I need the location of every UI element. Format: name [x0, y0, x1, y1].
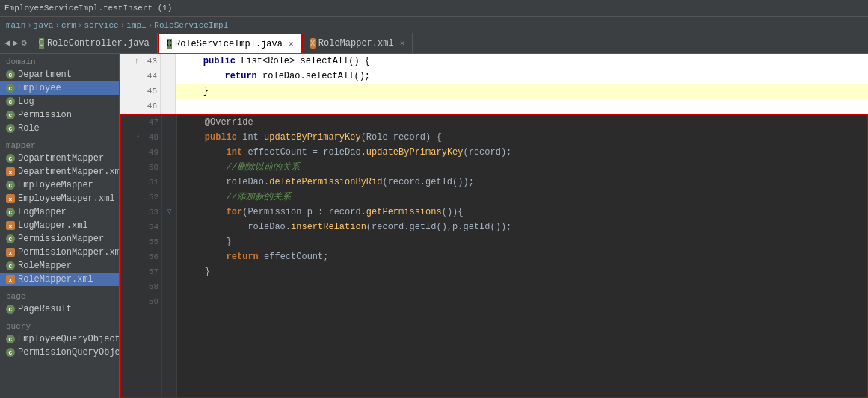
- nav-forward-icon[interactable]: ▶: [13, 37, 18, 49]
- code-section-white: ↑ 43 44 45 46: [120, 54, 868, 114]
- icon-department: C: [6, 70, 15, 79]
- margin-44: [161, 69, 175, 84]
- gutter-line-55: 55: [121, 234, 161, 249]
- gutter-line-45: 45: [120, 84, 160, 99]
- code-line-48: public int updateByPrimaryKey(Role recor…: [177, 130, 867, 145]
- icon-page-result: C: [6, 305, 15, 314]
- sidebar-item-log-mapper[interactable]: C LogMapper: [0, 205, 119, 219]
- breadcrumb-java: java: [34, 21, 53, 30]
- sidebar-item-permission[interactable]: C Permission: [0, 108, 119, 122]
- code-white[interactable]: public List<Role> selectAll() { return r…: [176, 54, 868, 114]
- sidebar-item-role-mapper[interactable]: C RoleMapper: [0, 259, 119, 273]
- margin-50: [162, 160, 176, 175]
- tab-close-mapper[interactable]: ✕: [400, 38, 405, 48]
- gutter-line-49: 49: [121, 145, 161, 160]
- margin-43: [161, 54, 175, 69]
- tab-role-controller[interactable]: C RoleController.java: [31, 33, 158, 53]
- sidebar-item-role[interactable]: C Role: [0, 122, 119, 135]
- sidebar-label-emp-query: EmployeeQueryObject: [18, 334, 120, 344]
- tab-icon-service-impl: C: [167, 39, 172, 49]
- sidebar-item-page-result[interactable]: C PageResult: [0, 302, 119, 316]
- sidebar-title-domain: domain: [0, 56, 119, 68]
- code-line-54: roleDao.insertRelation(record.getId(),p.…: [177, 220, 867, 234]
- margin-58: [162, 279, 176, 294]
- code-line-59: [177, 294, 867, 309]
- gutter-line-53: 53: [121, 205, 161, 220]
- tab-role-mapper[interactable]: x RoleMapper.xml ✕: [303, 33, 413, 53]
- margin-dark: ▽: [162, 115, 177, 397]
- sidebar-label-employee: Employee: [18, 83, 61, 93]
- margin-52: [162, 190, 176, 205]
- gutter-line-58: 58: [121, 279, 161, 294]
- main-area: domain C Department C Employee C Log C P…: [0, 54, 868, 398]
- sidebar-label-perm-mapper: PermissionMapper: [18, 234, 104, 244]
- tab-role-service-impl[interactable]: C RoleServiceImpl.java ✕: [158, 33, 303, 53]
- icon-role-mapper: C: [6, 261, 15, 270]
- gutter-line-51: 51: [121, 175, 161, 190]
- icon-log-mapper: C: [6, 208, 15, 217]
- tab-label-mapper: RoleMapper.xml: [318, 38, 394, 49]
- gutter-white: ↑ 43 44 45 46: [120, 54, 161, 114]
- breadcrumb: main › java › crm › service › impl › Rol…: [0, 16, 868, 33]
- sidebar-item-perm-query[interactable]: C PermissionQueryObject: [0, 346, 119, 359]
- sidebar-section-mapper: mapper C DepartmentMapper x DepartmentMa…: [0, 137, 119, 288]
- gutter-line-59: 59: [121, 294, 161, 309]
- code-line-51: roleDao.deletePermissionByRid(record.get…: [177, 175, 867, 190]
- gutter-line-43: ↑ 43: [120, 54, 160, 69]
- margin-53: ▽: [162, 205, 176, 220]
- fold-icon-53: ▽: [162, 205, 176, 220]
- margin-47: [162, 115, 176, 130]
- code-line-52: //添加新的关系: [177, 190, 867, 205]
- sidebar-item-log-mapper-xml[interactable]: x LogMapper.xml: [0, 219, 119, 232]
- icon-role: C: [6, 124, 15, 133]
- tabs-bar: ◀ ▶ ⚙ C RoleController.java C RoleServic…: [0, 33, 868, 54]
- icon-perm-mapper-xml: x: [6, 248, 15, 257]
- sidebar-section-page: page C PageResult: [0, 288, 119, 318]
- code-line-49: int effectCount = roleDao.updateByPrimar…: [177, 145, 867, 160]
- gutter-line-56: 56: [121, 249, 161, 264]
- margin-white: [161, 54, 176, 114]
- icon-emp-query: C: [6, 335, 15, 343]
- sidebar-item-perm-mapper[interactable]: C PermissionMapper: [0, 232, 119, 246]
- sidebar-item-role-mapper-xml[interactable]: x RoleMapper.xml: [0, 273, 119, 286]
- margin-51: [162, 175, 176, 190]
- sidebar-item-dept-mapper-xml[interactable]: x DepartmentMapper.xml: [0, 165, 119, 178]
- sidebar-item-perm-mapper-xml[interactable]: x PermissionMapper.xml: [0, 246, 119, 259]
- icon-dept-mapper-xml: x: [6, 167, 15, 176]
- gutter-line-47: 47: [121, 115, 161, 130]
- nav-back-icon[interactable]: ◀: [4, 37, 10, 49]
- code-line-43: public List<Role> selectAll() {: [176, 54, 868, 69]
- sidebar-item-employee[interactable]: C Employee: [0, 81, 119, 95]
- icon-emp-mapper-xml: x: [6, 194, 15, 203]
- code-line-50: //删除以前的关系: [177, 160, 867, 175]
- sidebar-label-emp-mapper-xml: EmployeeMapper.xml: [18, 193, 115, 204]
- code-line-45: }: [176, 84, 868, 99]
- tab-icon-controller: C: [39, 38, 44, 49]
- sidebar-label-permission: Permission: [18, 110, 72, 120]
- sidebar-label-role: Role: [18, 123, 40, 134]
- gutter-line-46: 46: [120, 99, 160, 114]
- icon-permission: C: [6, 111, 15, 119]
- sidebar-section-query: query C EmployeeQueryObject C Permission…: [0, 318, 119, 361]
- margin-57: [162, 264, 176, 279]
- sidebar-label-log: Log: [18, 96, 34, 107]
- breadcrumb-class: RoleServiceImpl: [154, 21, 228, 30]
- code-dark[interactable]: @Override public int updateByPrimaryKey(…: [177, 115, 867, 397]
- margin-55: [162, 234, 176, 249]
- sidebar-label-log-mapper-xml: LogMapper.xml: [18, 220, 88, 231]
- tab-nav-icons: ◀ ▶ ⚙: [0, 33, 31, 53]
- top-bar: EmployeeServiceImpl.testInsert (1): [0, 0, 868, 16]
- sidebar-item-dept-mapper[interactable]: C DepartmentMapper: [0, 152, 119, 165]
- arrow-43: ↑: [134, 54, 139, 69]
- sidebar-item-log[interactable]: C Log: [0, 95, 119, 108]
- sidebar-item-emp-mapper-xml[interactable]: x EmployeeMapper.xml: [0, 192, 119, 205]
- code-line-44: return roleDao.selectAll();: [176, 69, 868, 84]
- sidebar-item-emp-query[interactable]: C EmployeeQueryObject: [0, 332, 119, 346]
- margin-48: [162, 130, 176, 145]
- sidebar-item-department[interactable]: C Department: [0, 68, 119, 81]
- margin-54: [162, 220, 176, 234]
- sidebar-label-role-mapper: RoleMapper: [18, 261, 72, 271]
- sidebar-item-emp-mapper[interactable]: C EmployeeMapper: [0, 178, 119, 192]
- nav-gear-icon[interactable]: ⚙: [21, 37, 26, 49]
- tab-close-service-impl[interactable]: ✕: [289, 39, 294, 49]
